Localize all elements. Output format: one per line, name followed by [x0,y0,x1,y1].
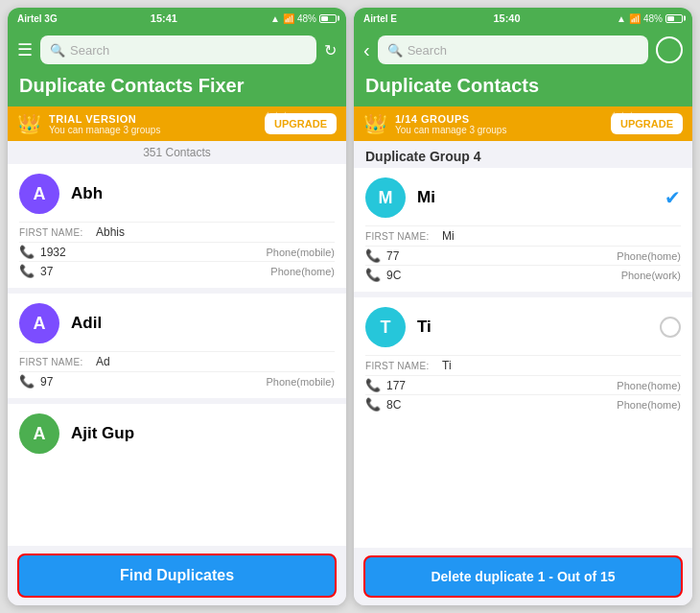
contact-name-ajit: Ajit Gup [71,424,134,443]
right-status-bar: Airtel E 15:40 ▲ 📶 48% [354,8,692,29]
left-search-placeholder: Search [70,43,109,58]
back-button[interactable]: ‹ [363,39,370,61]
right-bottom-area: Delete duplicate 1 - Out of 15 [354,548,692,605]
right-groups-title: 1/14 GROUPS [395,113,603,125]
left-trial-subtitle: You can manage 3 groups [49,125,257,135]
contact-card-ti: T Ti FIRST NAME: Ti 📞 177 Phone(home) 📞 [354,297,692,421]
search-icon-right: 🔍 [387,43,403,58]
contact-card-mi: M Mi ✔ FIRST NAME: Mi 📞 77 Phone(home) 📞 [354,168,692,297]
left-carrier: Airtel 3G [17,13,58,24]
avatar-ajit: A [19,413,59,454]
phone-type-abh-1: Phone(mobile) [266,247,335,258]
phone-num-ti-2: 8C [386,398,611,412]
phone-icon-ti-1: 📞 [365,378,381,392]
firstname-value-mi: Mi [442,229,455,243]
phone-type-mi-1: Phone(home) [617,250,681,262]
firstname-value-abh: Abhis [96,225,125,239]
avatar-abh: A [19,174,59,214]
crown-icon-right: 👑 [363,112,387,135]
right-battery-pct: 48% [643,13,663,24]
left-trial-banner: 👑 TRIAL VERSION You can manage 3 groups … [8,106,346,141]
left-battery-pct: 48% [297,13,316,24]
checkmark-selected-icon[interactable]: ✔ [665,186,681,209]
left-app-title-bar: Duplicate Contacts Fixer [8,71,346,106]
phone-num-mi-1: 77 [386,249,611,263]
firstname-label-mi: FIRST NAME: [365,231,442,242]
phone-type-adil-1: Phone(mobile) [266,376,335,388]
contact-card-ajit: A Ajit Gup [8,404,346,461]
crown-icon: 👑 [17,112,41,135]
contact-name-abh: Abh [71,184,103,203]
avatar-mi: M [365,177,406,218]
contact-name-mi: Mi [417,188,435,207]
firstname-label-adil: FIRST NAME: [19,357,96,367]
radio-unselected-icon[interactable] [660,317,681,338]
left-phone-screen: Airtel 3G 15:41 ▲ 📶 48% ☰ 🔍 Search ↻ Dup… [8,8,346,605]
phone-type-ti-1: Phone(home) [617,380,681,391]
right-carrier: Airtel E [363,13,397,24]
stars-decoration: ✦ ✦ ✦ [265,110,289,119]
left-nav-bar: ☰ 🔍 Search ↻ [8,29,346,71]
phone-num-adil-1: 97 [40,375,260,389]
phone-type-ti-2: Phone(home) [617,399,681,411]
signal-icon-right: 📶 [629,13,641,24]
right-groups-subtitle: You can manage 3 groups [395,125,603,135]
phone-icon-adil-1: 📞 [19,374,35,389]
signal-icon: 📶 [283,13,294,24]
delete-duplicate-button[interactable]: Delete duplicate 1 - Out of 15 [363,555,683,598]
right-groups-banner: 👑 1/14 GROUPS You can manage 3 groups ✦ … [354,106,692,141]
right-contact-list: M Mi ✔ FIRST NAME: Mi 📞 77 Phone(home) 📞 [354,168,692,548]
right-nav-bar: ‹ 🔍 Search [354,29,692,71]
contact-card-adil: A Adil FIRST NAME: Ad 📞 97 Phone(mobile) [8,294,346,404]
firstname-label-abh: FIRST NAME: [19,227,96,238]
phone-num-abh-2: 37 [40,265,265,278]
phone-icon-ti-2: 📞 [365,397,381,412]
avatar-ti: T [365,307,406,347]
right-time: 15:40 [493,12,520,24]
left-status-bar: Airtel 3G 15:41 ▲ 📶 48% [8,8,346,29]
phone-num-abh-1: 1932 [40,246,260,259]
right-search-placeholder: Search [408,43,447,58]
wifi-icon: ▲ [270,13,280,24]
right-phone-screen: Airtel E 15:40 ▲ 📶 48% ‹ 🔍 Search Duplic… [354,8,692,605]
left-contact-list: A Abh FIRST NAME: Abhis 📞 1932 Phone(mob… [8,164,346,546]
left-bottom-area: Find Duplicates [8,546,346,605]
firstname-label-ti: FIRST NAME: [365,361,442,371]
avatar-adil: A [19,303,59,343]
phone-icon-1: 📞 [19,245,35,259]
left-app-title: Duplicate Contacts Fixer [19,75,335,97]
firstname-value-ti: Ti [442,359,452,372]
circle-icon[interactable] [656,36,683,63]
right-app-title: Duplicate Contacts [365,75,681,97]
left-search-box[interactable]: 🔍 Search [40,35,316,64]
right-app-title-bar: Duplicate Contacts [354,71,692,106]
wifi-icon-right: ▲ [617,13,626,24]
right-status-right: ▲ 📶 48% [617,13,683,24]
battery-icon [319,14,337,23]
contact-name-adil: Adil [71,314,102,333]
phone-icon-mi-1: 📞 [365,248,381,263]
phone-num-ti-1: 177 [386,379,611,392]
contact-name-ti: Ti [417,318,432,337]
left-contacts-count: 351 Contacts [8,141,346,164]
phone-type-mi-2: Phone(work) [621,270,681,281]
battery-icon-right [665,14,683,23]
find-duplicates-button[interactable]: Find Duplicates [17,554,337,598]
left-trial-title: TRIAL VERSION [49,113,257,125]
search-icon: 🔍 [50,43,65,58]
phone-type-abh-2: Phone(home) [270,266,335,277]
right-search-box[interactable]: 🔍 Search [378,35,648,64]
firstname-value-adil: Ad [96,355,110,368]
phone-icon-mi-2: 📞 [365,268,381,282]
left-time: 15:41 [151,12,177,24]
phone-icon-2: 📞 [19,264,35,278]
hamburger-icon[interactable]: ☰ [17,39,33,60]
refresh-icon[interactable]: ↻ [324,41,337,59]
left-status-right: ▲ 📶 48% [270,13,337,24]
stars-decoration-right: ✦ ✦ ✦ [611,110,635,119]
group-label: Duplicate Group 4 [354,141,692,168]
contact-card-abh: A Abh FIRST NAME: Abhis 📞 1932 Phone(mob… [8,164,346,294]
phone-num-mi-2: 9C [386,269,616,282]
